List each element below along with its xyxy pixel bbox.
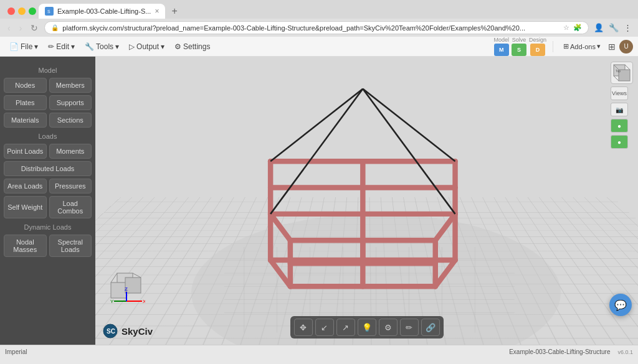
svg-text:Top: Top bbox=[616, 69, 621, 73]
svg-text:SC: SC bbox=[107, 328, 115, 335]
tools-menu-button[interactable]: 🔧 Tools ▾ bbox=[80, 40, 123, 53]
sidebar-item-sections[interactable]: Sections bbox=[49, 113, 92, 128]
profile-icon[interactable]: 👤 bbox=[593, 22, 605, 34]
svg-line-50 bbox=[133, 273, 141, 278]
addons-grid-icon: ⊞ bbox=[563, 42, 569, 50]
edit-chevron-icon: ▾ bbox=[71, 42, 75, 51]
browser-right-icons: 👤 🔧 ⋮ bbox=[593, 22, 633, 34]
traffic-lights bbox=[5, 7, 36, 15]
back-button[interactable]: ‹ bbox=[5, 22, 13, 34]
file-menu-group: 📄 File ▾ ✏ Edit ▾ 🔧 Tools ▾ ▷ Output ▾ ⚙… bbox=[5, 40, 214, 53]
solve-icon: S bbox=[512, 44, 526, 56]
file-menu-button[interactable]: 📄 File ▾ bbox=[5, 40, 42, 53]
app-toolbar: 📄 File ▾ ✏ Edit ▾ 🔧 Tools ▾ ▷ Output ▾ ⚙… bbox=[0, 37, 638, 57]
svg-text:Y: Y bbox=[110, 299, 114, 304]
svg-line-43 bbox=[625, 65, 630, 70]
orientation-cube: X Y Z bbox=[108, 270, 145, 307]
addons-button[interactable]: ⊞ Add-ons ▾ bbox=[559, 41, 604, 52]
tab-bar: S Example-003-Cable-Lifting-S... × + bbox=[0, 0, 638, 19]
address-bar[interactable]: 🔒 platform.skyciv.com/structural?preload… bbox=[44, 21, 589, 34]
svg-text:Z: Z bbox=[125, 286, 128, 292]
file-chevron-icon: ▾ bbox=[34, 42, 38, 51]
svg-text:S: S bbox=[47, 9, 50, 14]
sidebar-item-pressures[interactable]: Pressures bbox=[49, 179, 92, 194]
edit-icon: ✏ bbox=[48, 42, 54, 51]
settings-menu-button[interactable]: ⚙ Settings bbox=[170, 40, 214, 53]
view-cube[interactable]: Top bbox=[611, 62, 633, 84]
grid-view-button[interactable]: ⊞ bbox=[608, 42, 616, 52]
star-icon[interactable]: ☆ bbox=[563, 24, 569, 32]
tools-chevron-icon: ▾ bbox=[115, 42, 119, 51]
bottom-toolbar: ✥ ↙ ↗ 💡 ⚙ ✏ 🔗 bbox=[290, 316, 444, 338]
design-mode-button[interactable]: Design D bbox=[529, 37, 546, 56]
status-bar: Imperial Example-003-Cable-Lifting-Struc… bbox=[0, 345, 638, 358]
user-avatar[interactable]: U bbox=[619, 40, 633, 54]
model-section-label: Model bbox=[4, 67, 92, 74]
sidebar-item-materials[interactable]: Materials bbox=[4, 113, 47, 128]
address-icons: ☆ 🧩 bbox=[563, 24, 582, 32]
loads-section-label: Loads bbox=[4, 133, 92, 140]
sidebar-item-point-loads[interactable]: Point Loads bbox=[4, 144, 47, 159]
sidebar-item-nodal-masses[interactable]: Nodal Masses bbox=[4, 235, 47, 257]
browser-tab-active[interactable]: S Example-003-Cable-Lifting-S... × bbox=[39, 4, 165, 19]
views-button[interactable]: Views bbox=[611, 86, 628, 100]
rotate-right-button[interactable]: ↗ bbox=[336, 319, 355, 336]
status-right: Example-003-Cable-Lifting-Structure v6.0… bbox=[509, 348, 633, 355]
tools-icon: 🔧 bbox=[85, 42, 94, 51]
move-tool-button[interactable]: ✥ bbox=[294, 319, 313, 336]
menu-icon[interactable]: ⋮ bbox=[622, 22, 633, 34]
model-buttons-grid: Nodes Members Plates Supports Materials … bbox=[4, 78, 92, 128]
extension-icon[interactable]: 🧩 bbox=[573, 24, 582, 32]
sidebar-item-spectral-loads[interactable]: Spectral Loads bbox=[49, 235, 92, 257]
address-bar-row: ‹ › ↻ 🔒 platform.skyciv.com/structural?p… bbox=[0, 19, 638, 37]
solve-mode-button[interactable]: Solve S bbox=[512, 37, 526, 56]
skyciv-logo: SC SkyCiv bbox=[103, 324, 153, 338]
chat-bubble-button[interactable]: 💬 bbox=[609, 294, 632, 316]
minimize-traffic-light[interactable] bbox=[18, 7, 26, 15]
viewport[interactable]: Top Views 📷 ● ● X bbox=[95, 57, 638, 345]
lock-icon: 🔒 bbox=[51, 24, 59, 31]
forward-button[interactable]: › bbox=[17, 22, 25, 34]
extensions-icon[interactable]: 🔧 bbox=[607, 22, 620, 34]
settings-tool-button[interactable]: ⚙ bbox=[379, 319, 398, 336]
toolbar-separator bbox=[553, 41, 553, 52]
output-menu-button[interactable]: ▷ Output ▾ bbox=[125, 40, 169, 53]
sidebar-item-members[interactable]: Members bbox=[49, 78, 92, 93]
sidebar-item-plates[interactable]: Plates bbox=[4, 95, 47, 110]
view-color-button-1[interactable]: ● bbox=[611, 119, 628, 133]
edit-tool-button[interactable]: ✏ bbox=[400, 319, 419, 336]
rotate-left-button[interactable]: ↙ bbox=[315, 319, 334, 336]
maximize-traffic-light[interactable] bbox=[29, 7, 36, 15]
toolbar-right: Model M Solve S Design D ⊞ Add-ons ▾ ⊞ U bbox=[493, 37, 633, 56]
sidebar-item-moments[interactable]: Moments bbox=[49, 144, 92, 159]
new-tab-button[interactable]: + bbox=[168, 4, 181, 18]
addons-chevron-icon: ▾ bbox=[597, 42, 601, 50]
output-chevron-icon: ▾ bbox=[161, 42, 164, 51]
main-layout: Model Nodes Members Plates Supports Mate… bbox=[0, 57, 638, 345]
file-icon: 📄 bbox=[9, 42, 19, 51]
svg-text:X: X bbox=[143, 299, 145, 304]
sidebar-item-nodes[interactable]: Nodes bbox=[4, 78, 47, 93]
browser-chrome: S Example-003-Cable-Lifting-S... × + ‹ ›… bbox=[0, 0, 638, 37]
sidebar: Model Nodes Members Plates Supports Mate… bbox=[0, 57, 95, 345]
design-icon: D bbox=[530, 44, 545, 56]
close-traffic-light[interactable] bbox=[7, 7, 15, 15]
sidebar-item-distributed-loads[interactable]: Distributed Loads bbox=[4, 161, 92, 176]
output-icon: ▷ bbox=[129, 42, 135, 51]
tab-title: Example-003-Cable-Lifting-S... bbox=[57, 7, 151, 15]
camera-button[interactable]: 📷 bbox=[611, 103, 628, 116]
light-button[interactable]: 💡 bbox=[358, 319, 376, 336]
sidebar-item-load-combos[interactable]: Load Combos bbox=[49, 196, 92, 218]
sidebar-item-self-weight[interactable]: Self Weight bbox=[4, 196, 47, 218]
sidebar-item-area-loads[interactable]: Area Loads bbox=[4, 179, 47, 194]
sidebar-item-supports[interactable]: Supports bbox=[49, 95, 92, 110]
tab-close-icon[interactable]: × bbox=[155, 7, 159, 16]
svg-line-49 bbox=[111, 273, 117, 282]
settings-icon: ⚙ bbox=[174, 42, 181, 51]
reload-button[interactable]: ↻ bbox=[28, 22, 40, 34]
views-label: Views bbox=[612, 90, 627, 96]
model-mode-button[interactable]: Model M bbox=[493, 37, 509, 56]
edit-menu-button[interactable]: ✏ Edit ▾ bbox=[44, 40, 79, 53]
link-tool-button[interactable]: 🔗 bbox=[421, 319, 440, 336]
view-color-button-2[interactable]: ● bbox=[611, 135, 628, 149]
